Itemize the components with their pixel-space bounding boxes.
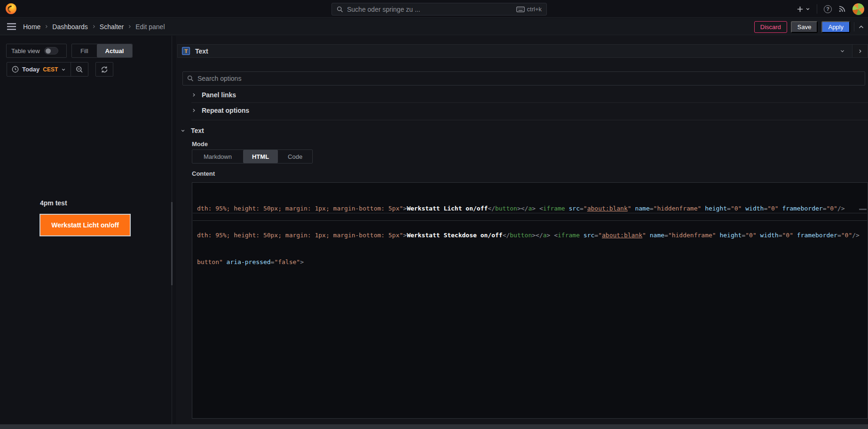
- breadcrumb-home[interactable]: Home: [23, 23, 40, 31]
- save-button[interactable]: Save: [791, 21, 818, 33]
- grafana-logo-icon[interactable]: [6, 3, 16, 14]
- mode-html[interactable]: HTML: [243, 150, 278, 163]
- pane-splitter-handle[interactable]: [171, 202, 173, 285]
- refresh-button[interactable]: [95, 62, 113, 77]
- panel-links-section[interactable]: Panel links: [191, 88, 236, 101]
- actions-divider: [854, 22, 854, 31]
- chevron-down-icon: [61, 67, 66, 72]
- search-icon: [337, 6, 343, 13]
- options-search-input[interactable]: [197, 75, 860, 82]
- user-avatar[interactable]: [852, 3, 864, 15]
- text-section-label: Text: [191, 127, 204, 134]
- actual-option[interactable]: Actual: [97, 44, 133, 57]
- table-view-label: Table view: [11, 47, 40, 55]
- chevron-right-icon: [191, 108, 196, 113]
- werkstatt-licht-button[interactable]: Werkstatt Licht on/off: [39, 214, 131, 236]
- topbar-divider: [817, 4, 817, 14]
- search-shortcut-label: ctrl+k: [527, 6, 542, 13]
- current-line-highlight: [193, 213, 867, 221]
- panel-links-label: Panel links: [202, 91, 236, 99]
- text-section-header[interactable]: Text: [181, 124, 204, 137]
- clock-icon: [12, 66, 19, 73]
- breadcrumb-dashboards[interactable]: Dashboards: [52, 23, 88, 31]
- chevron-right-icon: [191, 93, 196, 97]
- mode-radio-group: Markdown HTML Code: [192, 149, 313, 164]
- chevron-down-icon: [181, 128, 185, 133]
- time-range-label: Today: [22, 66, 39, 73]
- repeat-options-section[interactable]: Repeat options: [191, 104, 249, 117]
- code-line: button" aria-pressed="false">: [197, 257, 868, 266]
- panel-type-label: Text: [195, 47, 208, 55]
- breadcrumb-schalter[interactable]: Schalter: [100, 23, 124, 31]
- breadcrumb-edit-panel: Edit panel: [135, 23, 165, 31]
- content-label: Content: [192, 170, 215, 177]
- table-view-control: Table view: [6, 44, 67, 58]
- table-view-toggle[interactable]: [44, 47, 58, 55]
- code-line: dth: 95%; height: 50px; margin: 1px; mar…: [197, 204, 868, 213]
- content-code-editor[interactable]: dth: 95%; height: 50px; margin: 1px; mar…: [192, 182, 868, 419]
- code-content[interactable]: dth: 95%; height: 50px; margin: 1px; mar…: [192, 183, 868, 284]
- collapse-up-icon[interactable]: [858, 24, 864, 30]
- mode-markdown[interactable]: Markdown: [192, 150, 243, 163]
- news-rss-icon[interactable]: [838, 5, 846, 13]
- mode-label: Mode: [192, 140, 208, 148]
- section-divider: [191, 102, 868, 103]
- time-picker: Today CEST: [7, 62, 88, 77]
- chevron-right-icon: [44, 24, 48, 29]
- section-divider: [191, 120, 868, 120]
- panel-type-header[interactable]: T Text: [177, 44, 868, 58]
- breadcrumb: Home Dashboards Schalter Edit panel: [23, 23, 165, 31]
- editor-scrollbar-handle[interactable]: [859, 209, 867, 210]
- panel-preview-text: 4pm test: [40, 199, 67, 207]
- fill-actual-group: Fill Actual: [71, 44, 133, 58]
- options-search[interactable]: [182, 71, 865, 86]
- help-icon[interactable]: ?: [824, 5, 832, 13]
- search-icon: [187, 75, 194, 82]
- add-button[interactable]: [797, 6, 810, 13]
- text-panel-icon: T: [182, 47, 190, 55]
- chevron-right-icon: [127, 24, 132, 29]
- chevron-down-icon[interactable]: [840, 48, 845, 54]
- discard-button[interactable]: Discard: [754, 21, 787, 33]
- keyboard-icon: [516, 7, 525, 12]
- fill-option[interactable]: Fill: [72, 44, 97, 57]
- breadcrumb-bar: Home Dashboards Schalter Edit panel Disc…: [0, 18, 868, 35]
- collapse-pane-button[interactable]: [852, 45, 868, 57]
- horizontal-scrollbar[interactable]: [0, 424, 868, 429]
- menu-icon[interactable]: [7, 23, 16, 30]
- time-range-button[interactable]: Today CEST: [7, 62, 71, 76]
- search-shortcut: ctrl+k: [516, 6, 542, 13]
- global-search[interactable]: ctrl+k: [331, 3, 547, 16]
- chevron-right-icon: [92, 24, 96, 29]
- apply-button[interactable]: Apply: [821, 21, 850, 33]
- options-pane: T Text Panel links Repeat options Text M…: [176, 36, 868, 424]
- search-input[interactable]: [347, 6, 513, 13]
- repeat-options-label: Repeat options: [202, 107, 249, 114]
- mode-code[interactable]: Code: [278, 150, 312, 163]
- top-bar: ctrl+k ?: [0, 0, 868, 18]
- code-line: dth: 95%; height: 50px; margin: 1px; mar…: [197, 231, 868, 240]
- timezone-label: CEST: [43, 66, 58, 73]
- zoom-out-button[interactable]: [71, 62, 88, 76]
